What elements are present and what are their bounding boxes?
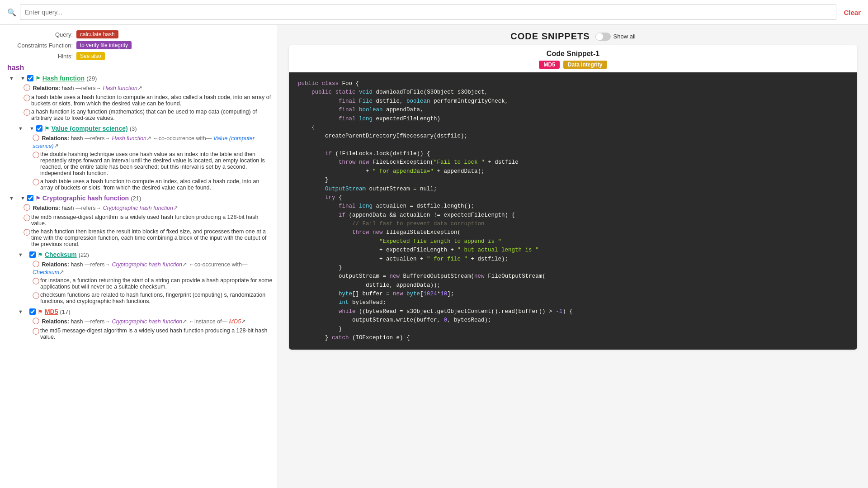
- tree-item-header: ▼ ⚑ MD5 (17): [18, 308, 273, 315]
- tree-item-header: ▼ ▼ ⚑ Value (computer science) (3): [18, 125, 273, 132]
- bullet-line: ⓘ a hash function is any function (mathe…: [24, 109, 273, 121]
- clear-button[interactable]: Clear: [844, 9, 861, 16]
- relation-label: Relations: hash —refers→ Cryptographic h…: [42, 318, 245, 325]
- bullet-text: the hash function then breaks the result…: [31, 228, 273, 247]
- bullet-icon: ⓘ: [33, 327, 39, 340]
- tree-item: ▼ ▼ ⚑ Hash function (29) ⓘ Relations: ha…: [9, 75, 273, 121]
- bookmark-icon: ⚑: [38, 308, 43, 315]
- bullet-icon: ⓘ: [24, 94, 30, 107]
- snippet-tags: MD5 Data integrity: [296, 61, 850, 69]
- expand-arrow[interactable]: ▼: [18, 126, 23, 131]
- search-input[interactable]: [20, 5, 836, 20]
- bullet-icon: ⓘ: [24, 228, 30, 247]
- hash-title[interactable]: hash: [7, 64, 273, 72]
- item-content: ⓘ Relations: hash —refers→ Hash function…: [24, 84, 273, 121]
- bullet-text: checksum functions are related to hash f…: [40, 292, 273, 304]
- show-all-toggle[interactable]: [595, 33, 611, 41]
- item-count: (29): [86, 75, 97, 82]
- info-icon: ⓘ: [24, 204, 30, 211]
- tree-item: ▼ ⚑ Checksum (22) ⓘ Relations: hash —ref…: [18, 251, 273, 304]
- query-row: Query: calculate hash: [7, 30, 273, 38]
- item-count: (21): [131, 195, 141, 202]
- item-content: ⓘ Relations: hash —refers→ Cryptographic…: [33, 317, 273, 340]
- bullet-line: ⓘ a hash table uses a hash function to c…: [24, 94, 273, 107]
- expand-arrow[interactable]: ▼: [18, 309, 23, 314]
- item-title[interactable]: Cryptographic hash function: [42, 194, 129, 202]
- tree-item-header: ▼ ▼ ⚑ Cryptographic hash function (21): [9, 194, 273, 202]
- toggle-knob: [596, 33, 603, 40]
- item-content: ⓘ Relations: hash —refers→ Cryptographic…: [33, 260, 273, 304]
- bullet-text: a hash table uses a hash function to com…: [31, 94, 273, 107]
- item-checkbox[interactable]: [29, 251, 36, 258]
- search-bar: 🔍 Clear: [0, 0, 868, 25]
- hints-tag[interactable]: See also: [76, 52, 105, 60]
- hints-label: Hints:: [7, 53, 73, 60]
- bullet-line: ⓘ the md5 message-digest algorithm is a …: [24, 214, 273, 227]
- tree-item-header: ▼ ▼ ⚑ Hash function (29): [9, 75, 273, 82]
- relation-label: Relations: hash —refers→ Cryptographic h…: [33, 205, 178, 211]
- expand-arrow[interactable]: ▼: [18, 252, 23, 257]
- bullet-text: the double hashing technique uses one ha…: [40, 151, 273, 176]
- expand-arrow-2[interactable]: ▼: [20, 195, 25, 201]
- bullet-line: ⓘ a hash table uses a hash function to c…: [33, 178, 273, 191]
- code-snippets-header: CODE SNIPPETS Show all: [278, 25, 868, 45]
- constraints-label: Constraints Function:: [7, 42, 73, 49]
- bullet-icon: ⓘ: [33, 151, 39, 176]
- left-panel: Query: calculate hash Constraints Functi…: [0, 25, 278, 488]
- expand-arrow-2[interactable]: ▼: [20, 76, 25, 81]
- constraints-row: Constraints Function: to verify file int…: [7, 41, 273, 49]
- right-panel: CODE SNIPPETS Show all Code Snippet-1 MD…: [278, 25, 868, 488]
- constraints-tag[interactable]: to verify file integrity: [76, 41, 132, 49]
- tree: ▼ ▼ ⚑ Hash function (29) ⓘ Relations: ha…: [7, 75, 273, 340]
- relation-label: Relations: hash —refers→ Hash function↗: [33, 85, 142, 91]
- show-all-label: Show all: [613, 33, 636, 40]
- expand-arrow[interactable]: ▼: [9, 76, 14, 81]
- bullet-line: ⓘ the md5 message-digest algorithm is a …: [33, 327, 273, 340]
- tree-item: ▼ ▼ ⚑ Value (computer science) (3) ⓘ Rel…: [18, 125, 273, 191]
- expand-arrow[interactable]: ▼: [9, 195, 14, 201]
- item-content: ⓘ Relations: hash —refers→ Hash function…: [33, 134, 273, 191]
- hash-link[interactable]: hash: [7, 64, 24, 71]
- tree-item: ▼ ▼ ⚑ Cryptographic hash function (21) ⓘ…: [9, 194, 273, 247]
- item-title[interactable]: Checksum: [45, 251, 77, 258]
- relation-line: ⓘ Relations: hash —refers→ Cryptographic…: [33, 317, 273, 326]
- search-icon: 🔍: [7, 8, 16, 17]
- item-title[interactable]: Value (computer science): [52, 125, 128, 132]
- bullet-text: the md5 message-digest algorithm is a wi…: [31, 214, 273, 227]
- item-title[interactable]: MD5: [45, 308, 58, 315]
- snippet-card: Code Snippet-1 MD5 Data integrity public…: [289, 45, 857, 350]
- tag-md5[interactable]: MD5: [539, 61, 559, 69]
- info-icon: ⓘ: [24, 84, 30, 91]
- bullet-text: a hash function is any function (mathema…: [31, 109, 273, 121]
- item-checkbox[interactable]: [36, 125, 42, 132]
- code-block: public class Foo { public static void do…: [289, 72, 857, 350]
- code-snippets-title: CODE SNIPPETS: [510, 31, 590, 42]
- snippet-card-header: Code Snippet-1 MD5 Data integrity: [289, 45, 857, 72]
- item-content: ⓘ Relations: hash —refers→ Cryptographic…: [24, 204, 273, 247]
- item-title[interactable]: Hash function: [42, 75, 85, 82]
- bullet-icon: ⓘ: [33, 292, 39, 304]
- relation-line: ⓘ Relations: hash —refers→ Hash function…: [33, 134, 273, 149]
- info-icon: ⓘ: [33, 317, 39, 325]
- expand-arrow-2[interactable]: ▼: [29, 126, 34, 131]
- toggle-wrap: Show all: [595, 33, 636, 41]
- info-icon: ⓘ: [33, 260, 39, 268]
- bookmark-icon: ⚑: [35, 75, 41, 82]
- bookmark-icon: ⚑: [44, 125, 50, 132]
- relation-line: ⓘ Relations: hash —refers→ Cryptographic…: [33, 260, 273, 275]
- tag-data-integrity[interactable]: Data integrity: [563, 61, 607, 69]
- item-checkbox[interactable]: [29, 308, 36, 315]
- bullet-line: ⓘ for instance, a function returning the…: [33, 277, 273, 290]
- item-checkbox[interactable]: [27, 75, 33, 81]
- item-checkbox[interactable]: [27, 195, 33, 201]
- query-tag[interactable]: calculate hash: [76, 30, 118, 38]
- bullet-line: ⓘ the hash function then breaks the resu…: [24, 228, 273, 247]
- tree-item-header: ▼ ⚑ Checksum (22): [18, 251, 273, 258]
- bookmark-icon: ⚑: [38, 251, 43, 258]
- item-count: (17): [60, 308, 70, 315]
- bullet-text: for instance, a function returning the s…: [40, 277, 273, 290]
- relation-line: ⓘ Relations: hash —refers→ Cryptographic…: [24, 204, 273, 212]
- snippet-card-title: Code Snippet-1: [296, 50, 850, 58]
- bullet-text: the md5 message-digest algorithm is a wi…: [40, 327, 273, 340]
- main-content: Query: calculate hash Constraints Functi…: [0, 25, 868, 488]
